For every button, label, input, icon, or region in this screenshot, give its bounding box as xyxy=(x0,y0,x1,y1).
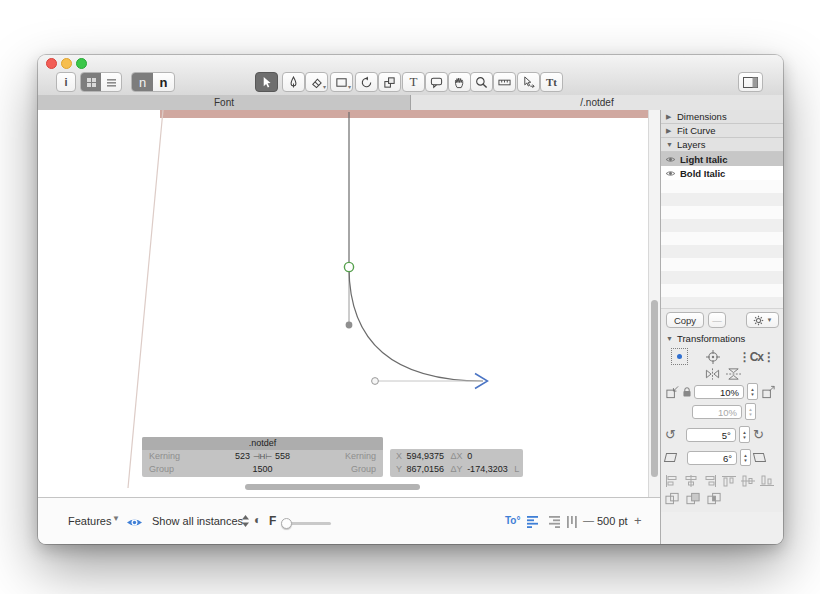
close-window-button[interactable] xyxy=(46,58,57,69)
text-direction-vertical-icon[interactable] xyxy=(566,516,578,528)
slant-left-icon[interactable] xyxy=(664,453,677,462)
rotate-row: ↺ 5° ▲▼ ↻ xyxy=(665,426,780,443)
align-center-vertical-icon[interactable] xyxy=(741,475,755,487)
rotate-ccw-icon[interactable]: ↺ xyxy=(665,428,676,441)
flip-vertical-icon[interactable] xyxy=(726,368,741,380)
flip-horizontal-icon[interactable] xyxy=(705,368,720,380)
preview-slider-knob[interactable] xyxy=(281,518,292,529)
align-bottom-icon[interactable] xyxy=(760,475,774,487)
right-sidebearing-value[interactable]: 558 xyxy=(275,451,290,461)
rotate-cw-icon[interactable]: ↻ xyxy=(753,428,764,441)
horizontal-scrollbar-thumb[interactable] xyxy=(245,484,420,490)
kerning-right-label: Kerning xyxy=(331,450,383,463)
origin-bbox-icon[interactable] xyxy=(671,348,688,365)
instances-stepper-icon[interactable] xyxy=(242,515,249,527)
minimize-window-button[interactable] xyxy=(61,58,72,69)
left-sidebearing-value[interactable]: 523 xyxy=(235,451,250,461)
select-tool-button[interactable] xyxy=(255,72,278,92)
layer-row-light-italic[interactable]: Light Italic xyxy=(661,152,783,166)
panel-dimensions[interactable]: ▶ Dimensions xyxy=(661,110,783,124)
preview-eye-icon[interactable] xyxy=(126,517,143,528)
smooth-oncurve-node[interactable] xyxy=(344,262,353,271)
scale-up-icon[interactable] xyxy=(761,385,776,399)
align-center-horizontal-icon[interactable] xyxy=(684,475,698,487)
show-instances-select[interactable]: Show all instances xyxy=(152,515,243,527)
subtract-icon[interactable] xyxy=(686,492,701,506)
show-outline-button[interactable]: n xyxy=(132,73,153,91)
slant-stepper[interactable]: ▲▼ xyxy=(740,449,751,466)
origin-metrics-icon[interactable]: ⋮Cx⋮ xyxy=(739,350,774,364)
remove-layer-button[interactable]: — xyxy=(708,312,726,328)
kerning-toggle[interactable]: To° xyxy=(505,515,520,526)
instances-tool-button[interactable] xyxy=(517,72,540,92)
align-top-icon[interactable] xyxy=(722,475,736,487)
tab-font[interactable]: Font xyxy=(38,95,411,110)
zoom-out-button[interactable]: — xyxy=(583,514,594,526)
align-right-icon[interactable] xyxy=(703,475,717,487)
sidebearing-values[interactable]: 523 ⊣H⊢ 558 xyxy=(194,450,331,463)
intersect-icon[interactable] xyxy=(707,492,722,506)
x-value[interactable]: 594,9375 xyxy=(407,451,445,461)
grid-view-button[interactable] xyxy=(81,73,101,91)
zoom-in-button[interactable]: + xyxy=(634,513,642,528)
glyph-edit-canvas[interactable]: .notdef Kerning 523 ⊣H⊢ 558 Kerning Grou… xyxy=(38,110,648,497)
offcurve-handle-node-2[interactable] xyxy=(372,378,379,385)
scale-y-field[interactable]: 10% xyxy=(692,405,742,419)
rotate-tool-button[interactable] xyxy=(355,72,378,92)
chevron-down-icon[interactable]: ▼ xyxy=(112,514,120,523)
rotation-stepper[interactable]: ▲▼ xyxy=(739,426,750,443)
measurement-tool-button[interactable] xyxy=(493,72,516,92)
truetype-tool-button[interactable]: Tt xyxy=(540,72,563,92)
scale-stepper[interactable]: ▲▼ xyxy=(747,383,758,400)
align-left-icon[interactable] xyxy=(665,475,679,487)
copy-layer-button[interactable]: Copy xyxy=(666,312,704,328)
hand-tool-button[interactable] xyxy=(448,72,471,92)
length-label: L xyxy=(514,464,519,474)
show-filled-button[interactable]: n xyxy=(153,73,174,91)
y-value[interactable]: 867,0156 xyxy=(407,464,445,474)
toggle-sidebar-button[interactable] xyxy=(738,72,763,92)
transformations-header[interactable]: ▼ Transformations xyxy=(661,330,783,345)
contrast-toggle-icon[interactable]: ◐ xyxy=(254,513,261,527)
text-direction-rtl-icon[interactable] xyxy=(547,516,560,528)
layer-actions-row: Copy — ▼ xyxy=(661,309,783,330)
erase-tool-button[interactable]: ▾ xyxy=(305,72,328,92)
vertical-scrollbar-thumb[interactable] xyxy=(651,300,658,477)
zoom-tool-button[interactable] xyxy=(470,72,493,92)
eraser-dropdown-arrow: ▾ xyxy=(323,84,326,90)
slant-right-icon[interactable] xyxy=(753,453,766,462)
rotation-field[interactable]: 5° xyxy=(686,428,736,442)
eye-icon[interactable] xyxy=(665,170,676,177)
layer-name: Light Italic xyxy=(680,154,728,165)
union-icon[interactable] xyxy=(665,492,680,506)
layer-row-bold-italic[interactable]: Bold Italic xyxy=(661,166,783,180)
draw-tool-button[interactable] xyxy=(282,72,305,92)
scale-tool-button[interactable] xyxy=(378,72,401,92)
lock-icon[interactable] xyxy=(683,387,691,397)
scale-down-icon[interactable] xyxy=(665,385,680,399)
zoom-window-button[interactable] xyxy=(76,58,87,69)
annotation-tool-button[interactable] xyxy=(425,72,448,92)
glyph-width-value[interactable]: 1500 xyxy=(194,463,331,476)
info-button[interactable]: i xyxy=(56,72,76,92)
path-curve-segment[interactable] xyxy=(349,267,483,381)
panel-layers[interactable]: ▼ Layers xyxy=(661,138,783,152)
eye-icon[interactable] xyxy=(665,156,676,163)
text-tool-button[interactable]: T xyxy=(402,72,425,92)
scale-y-stepper[interactable]: ▲▼ xyxy=(745,403,756,420)
vertical-scrollbar[interactable] xyxy=(648,110,660,497)
features-f-toggle[interactable]: F xyxy=(269,514,276,528)
origin-crosshair-icon[interactable] xyxy=(705,349,721,365)
features-menu[interactable]: Features xyxy=(68,515,111,527)
offcurve-handle-node[interactable] xyxy=(346,322,353,329)
text-direction-ltr-icon[interactable] xyxy=(527,516,540,528)
primitives-tool-button[interactable]: ▾ xyxy=(330,72,353,92)
zoom-level-field[interactable]: 500 pt xyxy=(597,515,628,527)
scale-x-field[interactable]: 10% xyxy=(694,385,744,399)
slant-field[interactable]: 6° xyxy=(687,451,737,465)
list-view-button[interactable] xyxy=(101,73,121,91)
panel-fit-curve[interactable]: ▶ Fit Curve xyxy=(661,124,783,138)
layer-gear-menu[interactable]: ▼ xyxy=(746,312,779,328)
transformations-label: Transformations xyxy=(677,333,745,344)
tab-notdef[interactable]: /.notdef xyxy=(411,95,783,110)
